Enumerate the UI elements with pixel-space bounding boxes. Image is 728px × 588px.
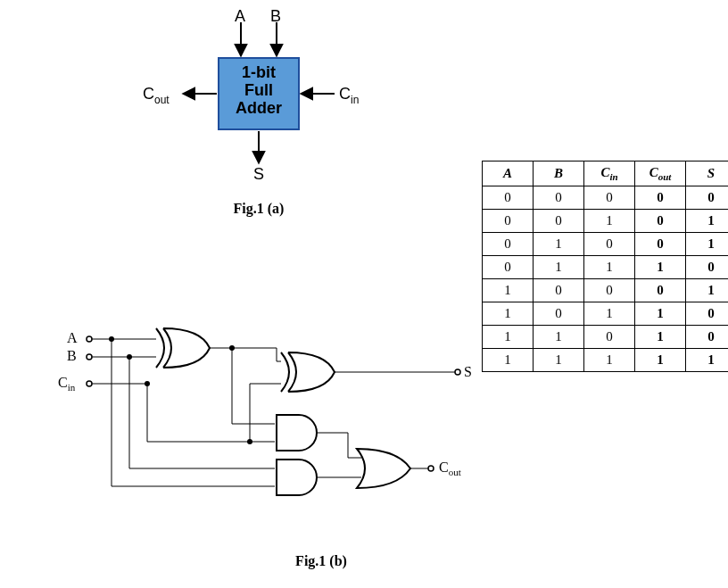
- circ-label-S: S: [464, 364, 472, 380]
- circ-label-B: B: [67, 348, 77, 364]
- circ-label-A: A: [67, 330, 78, 346]
- xor-gate-2: [281, 352, 335, 392]
- table-header-row: A B Cin Cout S: [483, 161, 729, 186]
- table-cell: 0: [686, 326, 729, 349]
- table-cell: 0: [584, 326, 635, 349]
- table-cell: 0: [534, 279, 584, 302]
- table-cell: 0: [635, 279, 686, 302]
- svg-point-27: [229, 345, 235, 351]
- th-Cin: Cin: [584, 161, 635, 186]
- label-Cin: Cin: [339, 85, 359, 106]
- label-Cout: Cout: [143, 85, 170, 106]
- block-line2: Full: [244, 81, 273, 99]
- table-cell: 1: [584, 210, 635, 233]
- svg-point-8: [87, 381, 92, 386]
- table-cell: 1: [686, 349, 729, 372]
- table-cell: 1: [483, 326, 534, 349]
- truth-table: A B Cin Cout S 0000000101010010111010001…: [482, 161, 728, 372]
- svg-point-16: [127, 354, 132, 360]
- circ-label-Cout: Cout: [439, 460, 461, 477]
- table-cell: 0: [483, 256, 534, 279]
- svg-point-13: [109, 336, 114, 342]
- svg-point-38: [428, 466, 434, 471]
- table-cell: 0: [534, 186, 584, 210]
- table-cell: 1: [483, 302, 534, 326]
- gate-circuit: [54, 308, 500, 540]
- table-cell: 1: [584, 256, 635, 279]
- table-cell: 0: [534, 210, 584, 233]
- table-cell: 1: [534, 349, 584, 372]
- table-row: 01001: [483, 233, 729, 256]
- th-B: B: [534, 161, 584, 186]
- caption-a: Fig.1 (a): [170, 201, 348, 217]
- table-cell: 0: [483, 210, 534, 233]
- label-B-top: B: [270, 7, 281, 26]
- svg-point-23: [247, 439, 252, 444]
- table-row: 01110: [483, 256, 729, 279]
- th-S: S: [686, 161, 729, 186]
- table-cell: 1: [534, 326, 584, 349]
- svg-point-7: [87, 354, 92, 360]
- table-cell: 0: [635, 210, 686, 233]
- label-A-top: A: [235, 7, 245, 26]
- table-cell: 1: [483, 279, 534, 302]
- xor-gate-1: [156, 328, 210, 368]
- table-cell: 1: [534, 256, 584, 279]
- table-cell: 1: [635, 326, 686, 349]
- table-cell: 1: [635, 302, 686, 326]
- table-row: 00101: [483, 210, 729, 233]
- circ-label-Cin: Cin: [58, 375, 75, 393]
- label-S-bottom: S: [253, 165, 264, 184]
- table-cell: 1: [483, 349, 534, 372]
- table-cell: 1: [534, 233, 584, 256]
- and-gate-2: [277, 460, 317, 495]
- table-cell: 0: [635, 186, 686, 210]
- table-cell: 0: [686, 186, 729, 210]
- table-row: 10001: [483, 279, 729, 302]
- table-cell: 0: [686, 256, 729, 279]
- table-row: 10110: [483, 302, 729, 326]
- table-cell: 0: [534, 302, 584, 326]
- table-cell: 0: [686, 302, 729, 326]
- table-cell: 0: [483, 233, 534, 256]
- table-cell: 1: [635, 349, 686, 372]
- table-cell: 1: [686, 210, 729, 233]
- svg-point-6: [87, 336, 92, 342]
- svg-point-32: [455, 369, 460, 375]
- svg-point-20: [145, 381, 150, 386]
- table-cell: 0: [635, 233, 686, 256]
- table-row: 11111: [483, 349, 729, 372]
- block-line3: Adder: [236, 99, 282, 117]
- th-A: A: [483, 161, 534, 186]
- table-cell: 0: [584, 186, 635, 210]
- table-cell: 0: [584, 233, 635, 256]
- table-cell: 1: [686, 233, 729, 256]
- table-cell: 1: [635, 256, 686, 279]
- table-cell: 0: [584, 279, 635, 302]
- table-cell: 1: [584, 302, 635, 326]
- table-cell: 1: [584, 349, 635, 372]
- block-line1: 1-bit: [242, 63, 276, 81]
- table-cell: 1: [686, 279, 729, 302]
- table-row: 11010: [483, 326, 729, 349]
- table-cell: 0: [483, 186, 534, 210]
- caption-b: Fig.1 (b): [232, 553, 410, 569]
- and-gate-1: [277, 415, 317, 451]
- th-Cout: Cout: [635, 161, 686, 186]
- or-gate: [357, 449, 410, 488]
- table-row: 00000: [483, 186, 729, 210]
